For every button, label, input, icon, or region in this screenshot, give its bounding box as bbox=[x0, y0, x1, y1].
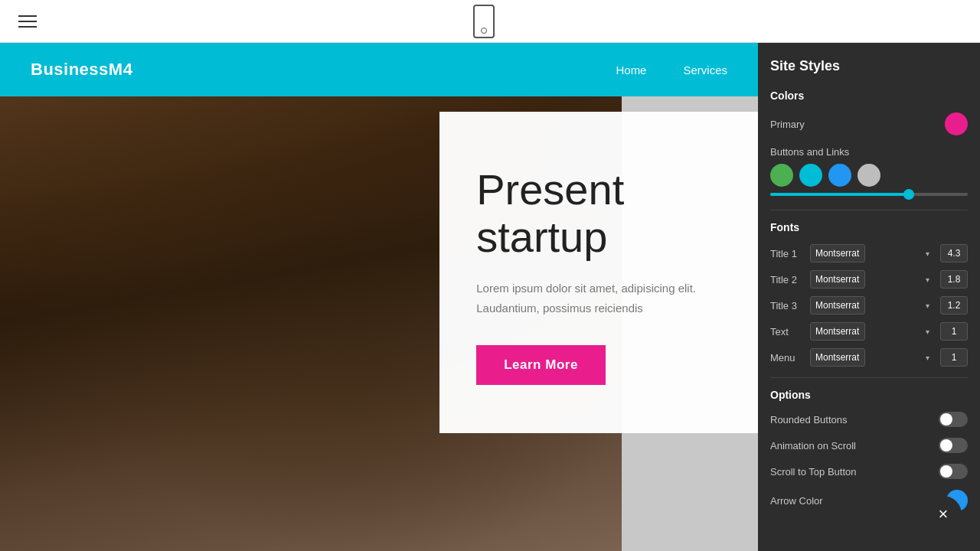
scroll-top-label: Scroll to Top Button bbox=[770, 466, 857, 478]
primary-color-swatch[interactable] bbox=[945, 112, 968, 135]
close-fab-button[interactable]: × bbox=[925, 496, 962, 533]
font-size-title2[interactable] bbox=[940, 270, 968, 289]
font-select-text[interactable]: Montserrat bbox=[810, 322, 865, 341]
hero-section: Present startup Lorem ipsum dolor sit am… bbox=[0, 96, 758, 551]
font-row-menu: Menu Montserrat bbox=[770, 348, 968, 367]
main-layout: BusinessM4 Home Services Present startup… bbox=[0, 43, 980, 551]
animation-scroll-label: Animation on Scroll bbox=[770, 440, 856, 452]
hamburger-menu[interactable] bbox=[18, 15, 37, 28]
primary-color-row: Primary bbox=[770, 112, 968, 135]
scroll-top-toggle[interactable] bbox=[939, 464, 968, 479]
preview-area: BusinessM4 Home Services Present startup… bbox=[0, 43, 758, 551]
option-scroll-top: Scroll to Top Button bbox=[770, 464, 968, 479]
rounded-buttons-toggle[interactable] bbox=[939, 412, 968, 427]
font-size-title3[interactable] bbox=[940, 296, 968, 315]
font-size-title1[interactable] bbox=[940, 244, 968, 262]
font-row-title1: Title 1 Montserrat bbox=[770, 244, 968, 262]
color-swatch-grey[interactable] bbox=[858, 164, 880, 187]
rounded-buttons-thumb bbox=[940, 413, 952, 425]
primary-color-label: Primary bbox=[770, 119, 805, 130]
font-row-title3: Title 3 Montserrat bbox=[770, 296, 968, 315]
colors-section-label: Colors bbox=[770, 90, 968, 102]
fonts-section-label: Fonts bbox=[770, 221, 968, 233]
color-slider-track[interactable] bbox=[770, 193, 968, 196]
panel-title: Site Styles bbox=[770, 58, 968, 74]
animation-scroll-toggle[interactable] bbox=[939, 438, 968, 453]
font-size-text[interactable] bbox=[940, 322, 968, 341]
color-slider-fill bbox=[770, 193, 909, 196]
rounded-buttons-label: Rounded Buttons bbox=[770, 414, 847, 425]
font-label-text: Text bbox=[770, 326, 804, 337]
font-size-menu[interactable] bbox=[940, 348, 968, 367]
font-select-wrap-title2: Montserrat bbox=[810, 270, 934, 289]
nav-link-home[interactable]: Home bbox=[616, 64, 646, 77]
buttons-links-label: Buttons and Links bbox=[770, 146, 968, 158]
options-section: Options Rounded Buttons Animation on Scr… bbox=[770, 389, 968, 511]
arrow-color-label: Arrow Color bbox=[770, 495, 823, 507]
font-label-menu: Menu bbox=[770, 352, 804, 364]
font-select-wrap-menu: Montserrat bbox=[810, 348, 934, 367]
hero-body: Lorem ipsum dolor sit amet, adipisicing … bbox=[476, 279, 727, 318]
close-fab-icon: × bbox=[939, 504, 949, 524]
options-section-label: Options bbox=[770, 389, 968, 401]
font-select-wrap-text: Montserrat bbox=[810, 322, 934, 341]
font-label-title3: Title 3 bbox=[770, 300, 804, 311]
option-animation-scroll: Animation on Scroll bbox=[770, 438, 968, 453]
color-swatch-cyan[interactable] bbox=[799, 164, 822, 187]
color-swatch-blue[interactable] bbox=[828, 164, 851, 187]
site-brand: BusinessM4 bbox=[31, 60, 132, 80]
font-row-title2: Title 2 Montserrat bbox=[770, 270, 968, 289]
color-options-row bbox=[770, 164, 968, 187]
hero-title: Present startup bbox=[476, 166, 727, 260]
color-slider-row bbox=[770, 193, 968, 196]
scroll-top-thumb bbox=[940, 465, 952, 478]
animation-scroll-thumb bbox=[940, 439, 952, 452]
font-label-title1: Title 1 bbox=[770, 248, 804, 259]
font-row-text: Text Montserrat bbox=[770, 322, 968, 341]
nav-link-services[interactable]: Services bbox=[683, 64, 727, 77]
color-swatch-green[interactable] bbox=[770, 164, 793, 187]
font-select-wrap-title1: Montserrat bbox=[810, 244, 934, 262]
font-select-title2[interactable]: Montserrat bbox=[810, 270, 865, 289]
phone-preview-icon[interactable] bbox=[473, 5, 495, 38]
font-select-title1[interactable]: Montserrat bbox=[810, 244, 865, 262]
hero-card: Present startup Lorem ipsum dolor sit am… bbox=[439, 112, 758, 433]
site-nav-links: Home Services bbox=[616, 64, 727, 77]
divider-2 bbox=[770, 377, 968, 378]
toolbar bbox=[0, 0, 980, 43]
font-select-wrap-title3: Montserrat bbox=[810, 296, 934, 315]
font-label-title2: Title 2 bbox=[770, 274, 804, 285]
site-styles-panel: Site Styles Colors Primary Buttons and L… bbox=[758, 43, 980, 551]
font-select-title3[interactable]: Montserrat bbox=[810, 296, 865, 315]
color-slider-thumb[interactable] bbox=[903, 189, 914, 200]
font-select-menu[interactable]: Montserrat bbox=[810, 348, 865, 367]
divider-1 bbox=[770, 210, 968, 210]
fonts-section: Fonts Title 1 Montserrat Title 2 Montser… bbox=[770, 221, 968, 367]
site-navbar: BusinessM4 Home Services bbox=[0, 43, 758, 96]
learn-more-button[interactable]: Learn More bbox=[476, 345, 606, 385]
option-rounded-buttons: Rounded Buttons bbox=[770, 412, 968, 427]
